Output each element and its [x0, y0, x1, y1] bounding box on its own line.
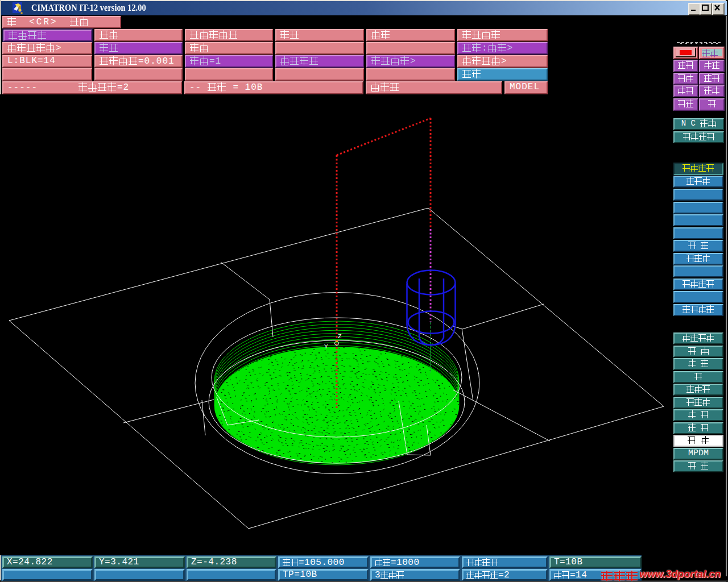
svg-text:Z: Z: [338, 333, 342, 340]
svg-text:Y: Y: [324, 343, 328, 350]
